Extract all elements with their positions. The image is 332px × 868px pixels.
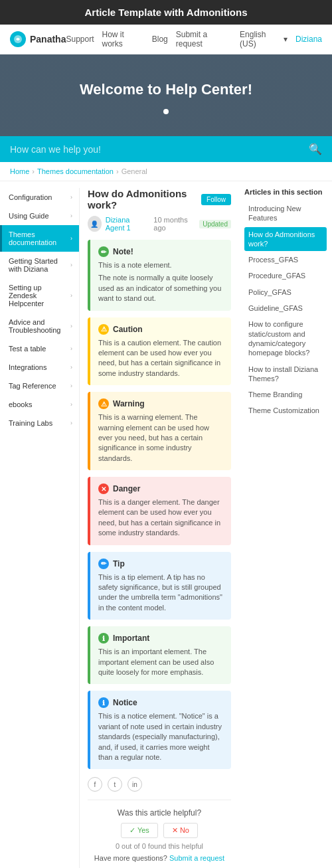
follow-button[interactable]: Follow — [201, 194, 231, 205]
right-sidebar-item-3[interactable]: Procedure_GFAS — [244, 268, 327, 283]
notice-text: This is a notice element. "Notice" is a … — [98, 711, 223, 762]
arrow-icon: › — [70, 323, 72, 329]
arrow-icon: › — [70, 262, 72, 268]
warning-icon: ⚠ — [98, 398, 109, 409]
breadcrumb-home[interactable]: Home — [10, 167, 29, 175]
sidebar-item-tag-reference[interactable]: Tag Reference › — [0, 377, 79, 395]
arrow-icon: › — [70, 292, 72, 299]
caution-title: Caution — [113, 325, 143, 334]
important-text: This is an important element. The import… — [98, 647, 223, 677]
hero-heading: Welcome to Help Center! — [13, 81, 319, 98]
right-sidebar-item-0[interactable]: Introducing New Features — [244, 201, 327, 226]
nav-user[interactable]: Diziana — [295, 35, 322, 44]
danger-text: This is a danger element. The danger ele… — [98, 497, 223, 539]
more-questions: Have more questions? Submit a request — [88, 854, 231, 862]
warning-title: Warning — [113, 399, 145, 408]
breadcrumb: Home › Themes documentation › General — [0, 162, 332, 181]
helpful-yes-button[interactable]: ✓ Yes — [121, 823, 158, 838]
right-sidebar: Articles in this section Introducing New… — [239, 188, 332, 868]
article-meta: 👤 Diziana Agent 1 10 months ago Updated — [88, 216, 231, 232]
nav-how-it-works[interactable]: How it works — [102, 30, 144, 48]
danger-title: Danger — [113, 484, 140, 493]
sidebar-item-training-labs[interactable]: Training Labs › — [0, 414, 79, 432]
right-sidebar-item-2[interactable]: Process_GFAS — [244, 252, 327, 267]
avatar: 👤 — [88, 216, 102, 232]
main-content: How do Admonitions work? Follow 👤 Dizian… — [80, 188, 239, 868]
helpful-question: Was this article helpful? — [88, 808, 231, 818]
admonition-danger: ✕ Danger This is a danger element. The d… — [88, 477, 231, 545]
tip-text: This is a tip element. A tip has no safe… — [98, 572, 223, 614]
time-ago: 10 months ago — [153, 216, 195, 232]
article-title: How do Admonitions work? — [88, 188, 196, 211]
important-title: Important — [113, 634, 149, 643]
left-sidebar: Configuration › Using Guide › Themes doc… — [0, 188, 80, 868]
logo[interactable]: Panatha — [10, 31, 66, 47]
helpful-buttons: ✓ Yes ✕ No — [88, 823, 231, 838]
share-facebook[interactable]: f — [88, 777, 102, 792]
hero-banner: Welcome to Help Center! — [0, 54, 332, 136]
right-sidebar-item-8[interactable]: Theme Branding — [244, 387, 327, 402]
notice-icon: ℹ — [98, 697, 109, 708]
note-text: This is a note element. The note is norm… — [98, 260, 223, 304]
sidebar-item-configuration[interactable]: Configuration › — [0, 188, 79, 207]
admonition-tip: ✏ Tip This is a tip element. A tip has n… — [88, 552, 231, 620]
arrow-icon: › — [70, 401, 72, 408]
nav-links: Support How it works Blog Submit a reque… — [66, 30, 322, 48]
note-icon: ✏ — [98, 246, 109, 257]
arrow-icon: › — [70, 383, 72, 389]
share-twitter[interactable]: t — [108, 777, 122, 792]
sidebar-item-getting-started[interactable]: Getting Started with Diziana › — [0, 252, 79, 278]
notice-title: Notice — [113, 698, 137, 707]
nav-language[interactable]: English (US) ▾ — [240, 30, 288, 48]
author-name: Diziana Agent 1 — [106, 216, 150, 232]
search-input[interactable] — [10, 144, 309, 155]
sidebar-item-ebooks[interactable]: ebooks › — [0, 395, 79, 414]
nav-support[interactable]: Support — [66, 35, 94, 44]
main-layout: Configuration › Using Guide › Themes doc… — [0, 181, 332, 868]
nav-submit-request[interactable]: Submit a request — [176, 30, 232, 48]
arrow-icon: › — [70, 364, 72, 371]
sidebar-item-advice[interactable]: Advice and Troubleshooting › — [0, 313, 79, 339]
right-sidebar-item-4[interactable]: Policy_GFAS — [244, 285, 327, 300]
helpful-no-button[interactable]: ✕ No — [163, 823, 198, 838]
arrow-icon: › — [70, 420, 72, 426]
nav-blog[interactable]: Blog — [152, 35, 168, 44]
logo-icon — [10, 31, 26, 47]
right-sidebar-item-9[interactable]: Theme Customization — [244, 403, 327, 418]
right-sidebar-heading: Articles in this section — [244, 188, 327, 196]
top-bar: Article Template with Admonitions — [0, 0, 332, 25]
right-sidebar-item-6[interactable]: How to configure static/custom and dynam… — [244, 317, 327, 360]
social-share: f t in — [88, 777, 231, 792]
right-sidebar-item-7[interactable]: How to install Diziana Themes? — [244, 362, 327, 387]
sidebar-item-setting-up[interactable]: Setting up Zendesk Helpcenter › — [0, 278, 79, 313]
share-linkedin[interactable]: in — [127, 777, 142, 792]
arrow-icon: › — [70, 345, 72, 352]
top-bar-title: Article Template with Admonitions — [84, 7, 247, 18]
danger-icon: ✕ — [98, 483, 109, 494]
caution-icon: ⚠ — [98, 324, 109, 335]
search-button[interactable]: 🔍 — [309, 143, 322, 155]
tip-icon: ✏ — [98, 559, 109, 569]
breadcrumb-themes[interactable]: Themes documentation — [37, 167, 114, 175]
helpful-section: Was this article helpful? ✓ Yes ✕ No 0 o… — [88, 800, 231, 868]
arrow-icon: › — [70, 235, 72, 242]
admonition-caution: ⚠ Caution This is a caution element. The… — [88, 317, 231, 386]
sidebar-item-integrations[interactable]: Integrations › — [0, 358, 79, 377]
arrow-icon: › — [70, 213, 72, 219]
logo-text: Panatha — [30, 34, 66, 44]
navigation: Panatha Support How it works Blog Submit… — [0, 25, 332, 54]
sidebar-item-using-guide[interactable]: Using Guide › — [0, 207, 79, 225]
right-sidebar-item-1[interactable]: How do Admonitions work? — [244, 227, 327, 252]
warning-text: This is a warning element. The warning e… — [98, 412, 223, 464]
right-sidebar-item-5[interactable]: Guideline_GFAS — [244, 301, 327, 315]
tip-title: Tip — [113, 559, 125, 568]
note-title: Note! — [113, 247, 133, 256]
submit-request-link[interactable]: Submit a request — [169, 854, 224, 862]
updated-badge: Updated — [199, 220, 231, 228]
arrow-icon: › — [70, 194, 72, 201]
breadcrumb-current: General — [122, 167, 147, 175]
sidebar-item-themes-documentation[interactable]: Themes documentation › — [0, 225, 79, 252]
sidebar-item-test-table[interactable]: Test a table › — [0, 339, 79, 358]
hero-dot — [163, 109, 169, 114]
helpful-count: 0 out of 0 found this helpful — [88, 842, 231, 850]
